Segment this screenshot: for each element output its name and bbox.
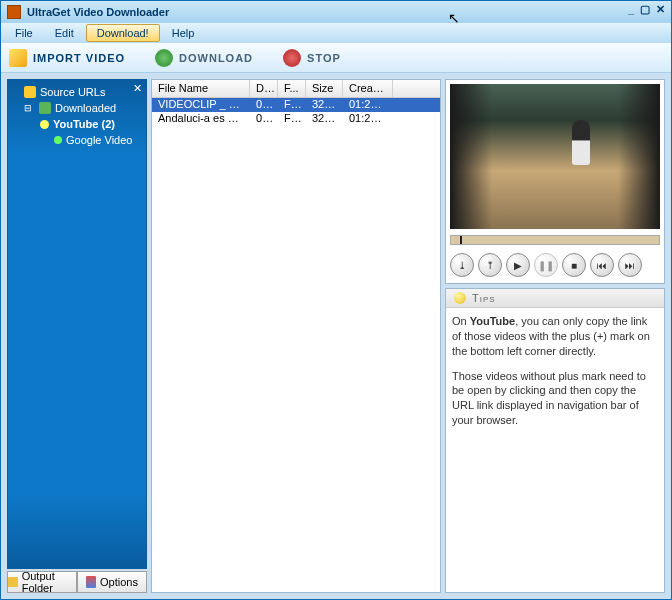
collapse-icon[interactable]: ⊟ [24,103,33,113]
right-panel: ⤓ ⤒ ▶ ❚❚ ■ ⏮ ⏭ Tips On YouTube, you can … [445,79,665,593]
tips-body: On YouTube, you can only copy the link o… [446,308,664,444]
options-button[interactable]: Options [77,571,147,593]
table-row[interactable]: VIDEOCLIP _ LE PID... 00... FLV1 320... … [152,98,440,112]
menu-help[interactable]: Help [162,25,205,41]
tree-google-video[interactable]: Google Video [10,132,144,148]
import-label: Import Video [33,52,125,64]
table-row[interactable]: Andaluci-a es de cin... 00... FLV1 320..… [152,112,440,126]
downloaded-icon [39,102,51,114]
playback-controls: ⤓ ⤒ ▶ ❚❚ ■ ⏮ ⏭ [450,249,660,279]
file-list-panel: File Name D... F... Size Created VIDEOCL… [151,79,441,593]
download-icon [155,49,173,67]
tips-label: Tips [472,292,496,304]
sidebar: ✕ Source URLs ⊟ Downloaded YouTube (2) G… [7,79,147,593]
bullet-icon [40,120,49,129]
maximize-button[interactable]: ▢ [640,3,650,16]
bulb-icon [454,292,466,304]
col-size[interactable]: Size [306,80,343,97]
menubar: File Edit Download! Help [1,23,671,43]
close-button[interactable]: ✕ [656,3,665,16]
tree-youtube[interactable]: YouTube (2) [10,116,144,132]
scrub-bar[interactable] [450,235,660,245]
video-preview-panel: ⤓ ⤒ ▶ ❚❚ ■ ⏮ ⏭ [445,79,665,284]
tree-source-urls[interactable]: Source URLs [10,84,144,100]
scrub-marker[interactable] [460,236,462,244]
globe-icon [24,86,36,98]
col-duration[interactable]: D... [250,80,278,97]
col-created[interactable]: Created [343,80,393,97]
seek-fwd-button[interactable]: ⤒ [478,253,502,277]
menu-file[interactable]: File [5,25,43,41]
tips-panel: Tips On YouTube, you can only copy the l… [445,288,665,593]
app-window: ↖ UltraGet Video Downloader _ ▢ ✕ File E… [0,0,672,600]
output-folder-button[interactable]: Output Folder [7,571,77,593]
app-title: UltraGet Video Downloader [27,6,169,18]
stop-label: Stop [307,52,341,64]
menu-edit[interactable]: Edit [45,25,84,41]
main-body: ✕ Source URLs ⊟ Downloaded YouTube (2) G… [1,73,671,599]
next-button[interactable]: ⏭ [618,253,642,277]
video-scene [450,84,660,229]
download-button[interactable]: Download [155,49,253,67]
source-tree[interactable]: ✕ Source URLs ⊟ Downloaded YouTube (2) G… [7,79,147,569]
col-format[interactable]: F... [278,80,306,97]
prev-button[interactable]: ⏮ [590,253,614,277]
pause-button[interactable]: ❚❚ [534,253,558,277]
sidebar-bottom: Output Folder Options [7,571,147,593]
options-icon [86,576,96,588]
col-filename[interactable]: File Name [152,80,250,97]
titlebar[interactable]: UltraGet Video Downloader _ ▢ ✕ [1,1,671,23]
import-video-button[interactable]: Import Video [9,49,125,67]
seek-back-button[interactable]: ⤓ [450,253,474,277]
tree-downloaded[interactable]: ⊟ Downloaded [10,100,144,116]
folder-icon [8,577,18,587]
minimize-button[interactable]: _ [628,3,634,16]
folder-up-icon [9,49,27,67]
stop-icon [283,49,301,67]
menu-download[interactable]: Download! [86,24,160,42]
window-controls: _ ▢ ✕ [628,3,665,16]
table-header: File Name D... F... Size Created [152,80,440,98]
app-icon [7,5,21,19]
play-button[interactable]: ▶ [506,253,530,277]
bullet-icon [54,136,62,144]
video-thumbnail[interactable] [450,84,660,229]
download-label: Download [179,52,253,64]
stop-button[interactable]: Stop [283,49,341,67]
stop-playback-button[interactable]: ■ [562,253,586,277]
sidebar-close-icon[interactable]: ✕ [133,82,142,95]
toolbar: Import Video Download Stop [1,43,671,73]
tips-header: Tips [446,289,664,308]
